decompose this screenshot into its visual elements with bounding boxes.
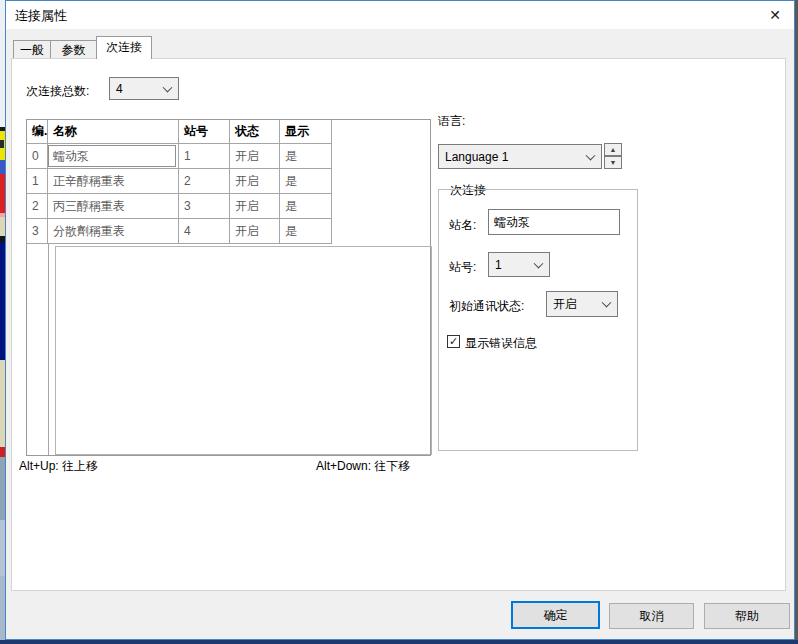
- tab-label: 一般: [20, 43, 44, 57]
- id-column-line: [27, 244, 49, 455]
- spin-down-icon: ▼: [610, 159, 617, 166]
- station-no-label: 站号:: [449, 259, 476, 276]
- table-row[interactable]: 2 丙三醇稱重表 3 开启 是: [27, 194, 430, 219]
- table-row[interactable]: 0 蠕动泵 1 开启 是: [27, 144, 430, 169]
- bg-strip-segment: [0, 140, 4, 148]
- station-no-value: 1: [495, 258, 502, 272]
- cell-id[interactable]: 1: [27, 169, 48, 194]
- chevron-down-icon: [586, 150, 596, 160]
- cell-id[interactable]: 0: [27, 144, 48, 169]
- hint-move-up: Alt+Up: 往上移: [19, 458, 98, 475]
- cell-display[interactable]: 是: [280, 144, 332, 169]
- subconnection-table[interactable]: 编.. 名称 站号 状态 显示 0 蠕动泵 1 开启 是 1 正辛: [26, 119, 431, 456]
- chevron-down-icon: [163, 82, 173, 92]
- language-label: 语言:: [438, 113, 465, 130]
- cell-status[interactable]: 开启: [230, 144, 280, 169]
- col-header-filler: [332, 120, 430, 144]
- cell-name-text: 蠕动泵: [53, 148, 89, 165]
- help-button[interactable]: 帮助: [704, 603, 790, 629]
- cell-name[interactable]: 正辛醇稱重表: [48, 169, 179, 194]
- cell-station[interactable]: 3: [179, 194, 230, 219]
- show-errors-label: 显示错误信息: [465, 335, 537, 352]
- tab-general[interactable]: 一般: [13, 40, 51, 59]
- check-icon: ✓: [449, 335, 458, 347]
- screen: 连接属性 ✕ 一般 参数 次连接 次连接总数: 4 编.. 名称 站号 状态: [0, 0, 798, 644]
- cell-display[interactable]: 是: [280, 194, 332, 219]
- tab-sub-connection[interactable]: 次连接: [96, 36, 152, 59]
- cell-filler: [332, 169, 430, 194]
- ok-button[interactable]: 确定: [511, 601, 600, 629]
- cell-id[interactable]: 3: [27, 219, 48, 244]
- cell-status[interactable]: 开启: [230, 194, 280, 219]
- connection-properties-dialog: 连接属性 ✕ 一般 参数 次连接 次连接总数: 4 编.. 名称 站号 状态: [5, 0, 795, 640]
- background-window-sliver-bottom: [0, 640, 798, 644]
- total-subconnections-label: 次连接总数:: [26, 83, 89, 100]
- dialog-title: 连接属性: [15, 7, 67, 25]
- show-errors-checkbox[interactable]: ✓: [447, 335, 460, 348]
- language-spin-down-button[interactable]: ▼: [604, 156, 622, 169]
- initial-status-select[interactable]: 开启: [546, 291, 618, 317]
- total-subconnections-value: 4: [116, 82, 123, 96]
- initial-status-value: 开启: [553, 296, 577, 313]
- table-row[interactable]: 3 分散劑稱重表 4 开启 是: [27, 219, 430, 244]
- hint-move-down: Alt+Down: 往下移: [316, 458, 410, 475]
- cancel-button[interactable]: 取消: [609, 603, 694, 629]
- cell-name[interactable]: 分散劑稱重表: [48, 219, 179, 244]
- cell-filler: [332, 219, 430, 244]
- chevron-down-icon: [534, 258, 544, 268]
- initial-status-label: 初始通讯状态:: [449, 298, 524, 315]
- cell-status[interactable]: 开启: [230, 219, 280, 244]
- col-header-id[interactable]: 编..: [27, 120, 48, 144]
- total-subconnections-select[interactable]: 4: [109, 77, 179, 100]
- tab-label: 次连接: [106, 40, 142, 54]
- table-row[interactable]: 1 正辛醇稱重表 2 开启 是: [27, 169, 430, 194]
- col-header-station[interactable]: 站号: [179, 120, 230, 144]
- chevron-down-icon: [602, 298, 612, 308]
- cell-station[interactable]: 1: [179, 144, 230, 169]
- spin-up-icon: ▲: [610, 146, 617, 153]
- cell-filler: [332, 144, 430, 169]
- cell-station[interactable]: 2: [179, 169, 230, 194]
- cell-display[interactable]: 是: [280, 219, 332, 244]
- col-header-display[interactable]: 显示: [280, 120, 332, 144]
- close-icon[interactable]: ✕: [764, 4, 786, 26]
- tab-label: 参数: [62, 43, 86, 57]
- col-header-status[interactable]: 状态: [230, 120, 280, 144]
- cell-name[interactable]: 丙三醇稱重表: [48, 194, 179, 219]
- cell-name-selected[interactable]: 蠕动泵: [48, 144, 179, 169]
- station-no-select[interactable]: 1: [488, 252, 550, 277]
- table-empty-area-box: [55, 246, 432, 455]
- station-name-label: 站名:: [449, 217, 476, 234]
- cell-filler: [332, 194, 430, 219]
- table-header-row: 编.. 名称 站号 状态 显示: [27, 120, 430, 144]
- language-spin-up-button[interactable]: ▲: [604, 143, 622, 156]
- cell-status[interactable]: 开启: [230, 169, 280, 194]
- col-header-name[interactable]: 名称: [48, 120, 179, 144]
- tab-parameters[interactable]: 参数: [50, 40, 97, 59]
- language-value: Language 1: [445, 150, 508, 164]
- cell-station[interactable]: 4: [179, 219, 230, 244]
- cell-id[interactable]: 2: [27, 194, 48, 219]
- language-select[interactable]: Language 1: [438, 144, 602, 169]
- title-bar[interactable]: 连接属性 ✕: [6, 1, 794, 29]
- cell-display[interactable]: 是: [280, 169, 332, 194]
- station-name-input[interactable]: [488, 209, 620, 235]
